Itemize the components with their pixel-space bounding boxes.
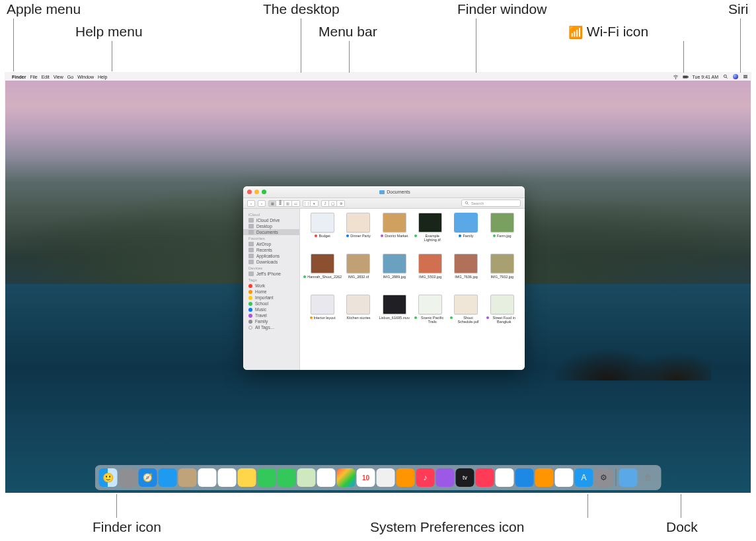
file-item[interactable]: IMG_7636.jpg: [449, 254, 483, 292]
sidebar-item-downloads[interactable]: Downloads: [243, 259, 299, 265]
file-item[interactable]: District Market: [377, 213, 412, 251]
sidebar-item-important[interactable]: Important: [243, 295, 299, 301]
back-button[interactable]: ‹: [247, 200, 255, 207]
file-label: IMG_5502.jpg: [419, 275, 442, 279]
dropdown-icon[interactable]: ▾: [311, 200, 319, 207]
dock-facetime-icon[interactable]: [278, 468, 296, 487]
menu-help[interactable]: Help: [98, 75, 107, 79]
finder-window[interactable]: Documents ‹ › ▦ ≣ ▥ ▭ ⋮⋮ ▾ ⤴ ◯ ⚙: [243, 186, 525, 370]
dock-news-icon[interactable]: [476, 468, 494, 487]
sidebar-item-home[interactable]: Home: [243, 289, 299, 295]
notifications-icon[interactable]: [742, 74, 748, 80]
spotlight-icon[interactable]: [722, 74, 728, 80]
sidebar-item-airdrop[interactable]: AirDrop: [243, 241, 299, 247]
minimize-button[interactable]: [254, 190, 259, 194]
dock-launchpad-icon[interactable]: [119, 468, 137, 487]
dock-calendar-icon[interactable]: [198, 468, 217, 487]
menu-file[interactable]: File: [30, 75, 37, 79]
file-item[interactable]: Example Lighting.tif: [413, 213, 447, 251]
dock-preview-icon[interactable]: [377, 468, 395, 487]
file-thumbnail: [418, 213, 442, 233]
sidebar-item-applications[interactable]: Applications: [243, 253, 299, 259]
sidebar-item-icloud-drive[interactable]: iCloud Drive: [243, 217, 299, 223]
file-item[interactable]: Lisbon_61695.mov: [377, 295, 412, 333]
dock-notes-icon[interactable]: [238, 468, 256, 487]
sidebar-item-travel[interactable]: Travel: [243, 312, 299, 318]
file-item[interactable]: Shoot Schedule.pdf: [449, 295, 483, 333]
file-item[interactable]: Kitchen stories: [341, 295, 375, 333]
file-thumbnail: [490, 213, 514, 233]
dock-numbers-icon[interactable]: [496, 468, 514, 487]
titlebar[interactable]: Documents: [243, 186, 525, 198]
column-view-button[interactable]: ▥: [284, 200, 292, 207]
share-button[interactable]: ⤴: [321, 200, 329, 207]
dock-podcasts-icon[interactable]: [436, 468, 455, 487]
file-item[interactable]: Hannah_Shoot_2262: [305, 254, 340, 292]
dock-photos-icon[interactable]: [317, 468, 336, 487]
file-thumbnail: [346, 295, 370, 314]
menubar-clock[interactable]: Tue 9:41 AM: [693, 75, 718, 79]
sidebar-item-all-tags-[interactable]: All Tags…: [243, 324, 299, 330]
file-item[interactable]: Street Food in Bangkok: [485, 295, 519, 333]
sidebar-item-jeff-s-iphone[interactable]: Jeff's iPhone: [243, 271, 299, 277]
file-item[interactable]: IMG_2832.tif: [341, 254, 375, 292]
dock-maps-icon[interactable]: [297, 468, 316, 487]
file-item[interactable]: Family: [449, 213, 483, 251]
dock-tv-icon[interactable]: tv: [456, 468, 474, 487]
action-button[interactable]: ⚙: [337, 200, 345, 207]
dock-system-preferences-icon[interactable]: ⚙: [595, 468, 613, 487]
sidebar-item-music[interactable]: Music: [243, 307, 299, 312]
arrange-button[interactable]: ⋮⋮: [303, 200, 311, 207]
dock-pages-icon[interactable]: [535, 468, 554, 487]
tags-button[interactable]: ◯: [329, 200, 337, 207]
close-button[interactable]: [247, 190, 252, 194]
desktop[interactable]: Finder File Edit View Go Window Help Tue…: [5, 73, 751, 493]
file-item[interactable]: Scenic Pacific Trails: [413, 295, 447, 333]
menu-app-name[interactable]: Finder: [12, 75, 26, 79]
menu-window[interactable]: Window: [77, 75, 94, 79]
dock-safari-icon[interactable]: 🧭: [139, 468, 157, 487]
forward-button[interactable]: ›: [258, 200, 266, 207]
wifi-status-icon[interactable]: [673, 74, 679, 80]
gallery-view-button[interactable]: ▭: [292, 200, 300, 207]
sidebar-item-school[interactable]: School: [243, 301, 299, 307]
dock-messages-icon[interactable]: [258, 468, 276, 487]
file-item[interactable]: IMG_7932.jpg: [485, 254, 519, 292]
sidebar-item-work[interactable]: Work: [243, 283, 299, 289]
sidebar-item-desktop[interactable]: Desktop: [243, 223, 299, 229]
callout-line: [740, 18, 741, 73]
search-field[interactable]: Search: [461, 199, 521, 207]
dock-keynote-icon[interactable]: [515, 468, 534, 487]
sidebar-item-recents[interactable]: Recents: [243, 247, 299, 253]
list-view-button[interactable]: ≣: [276, 200, 284, 207]
zoom-button[interactable]: [262, 190, 266, 194]
dock-contacts-icon[interactable]: [178, 468, 197, 487]
file-item[interactable]: Interior layout: [305, 295, 340, 333]
dock-shortcuts-icon[interactable]: [555, 468, 574, 487]
dock-downloads-icon[interactable]: [619, 468, 638, 487]
dock-app-store-icon[interactable]: A: [575, 468, 593, 487]
dock-finder-icon[interactable]: 🙂: [99, 468, 118, 487]
icon-view-button[interactable]: ▦: [268, 200, 276, 207]
file-item[interactable]: IMG_5502.jpg: [413, 254, 447, 292]
file-thumbnail: [490, 295, 514, 314]
sidebar-item-family[interactable]: Family: [243, 318, 299, 324]
sidebar-item-documents[interactable]: Documents: [243, 229, 299, 235]
dock-photo-booth-icon[interactable]: [337, 468, 356, 487]
file-item[interactable]: Budget: [305, 213, 340, 251]
siri-icon[interactable]: [732, 74, 738, 80]
menu-edit[interactable]: Edit: [42, 75, 50, 79]
callout-desktop: The desktop: [263, 1, 340, 17]
file-item[interactable]: Dinner Party: [341, 213, 375, 251]
menu-go[interactable]: Go: [67, 75, 73, 79]
dock-music-icon[interactable]: ♪: [416, 468, 435, 487]
dock-mail-icon[interactable]: [159, 468, 177, 487]
file-item[interactable]: Farm.jpg: [485, 213, 519, 251]
dock-cal-date-icon[interactable]: 10: [357, 468, 375, 487]
menu-view[interactable]: View: [54, 75, 63, 79]
dock-reminders-icon[interactable]: [218, 468, 237, 487]
battery-icon[interactable]: [683, 74, 689, 80]
dock-books-icon[interactable]: [397, 468, 415, 487]
dock-trash-icon[interactable]: 🗑: [639, 468, 658, 487]
file-item[interactable]: IMG_2889.jpg: [377, 254, 412, 292]
